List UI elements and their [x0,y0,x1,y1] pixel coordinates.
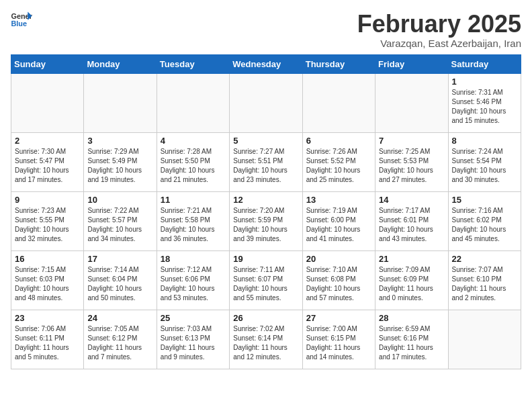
calendar-cell: 9Sunrise: 7:23 AMSunset: 5:55 PMDaylight… [11,191,84,250]
calendar-cell: 17Sunrise: 7:14 AMSunset: 6:04 PMDayligh… [84,250,157,310]
day-info: Sunrise: 7:02 AMSunset: 6:14 PMDaylight:… [233,324,298,362]
day-info: Sunrise: 7:14 AMSunset: 6:04 PMDaylight:… [87,265,152,303]
day-number: 19 [233,254,298,264]
day-number: 1 [452,77,517,87]
calendar-cell: 26Sunrise: 7:02 AMSunset: 6:14 PMDayligh… [230,310,302,369]
day-info: Sunrise: 7:15 AMSunset: 6:03 PMDaylight:… [15,265,80,303]
week-row-3: 9Sunrise: 7:23 AMSunset: 5:55 PMDaylight… [11,191,521,250]
calendar-cell: 24Sunrise: 7:05 AMSunset: 6:12 PMDayligh… [84,310,157,369]
calendar-cell: 7Sunrise: 7:25 AMSunset: 5:53 PMDaylight… [375,132,448,191]
calendar-cell: 16Sunrise: 7:15 AMSunset: 6:03 PMDayligh… [11,250,84,310]
day-info: Sunrise: 7:30 AMSunset: 5:47 PMDaylight:… [15,147,80,185]
weekday-header-thursday: Thursday [302,54,375,73]
calendar-cell: 4Sunrise: 7:28 AMSunset: 5:50 PMDaylight… [157,132,229,191]
weekday-header-wednesday: Wednesday [230,54,302,73]
day-info: Sunrise: 7:20 AMSunset: 5:59 PMDaylight:… [233,206,298,244]
calendar-table: SundayMondayTuesdayWednesdayThursdayFrid… [11,54,521,369]
day-number: 11 [161,195,226,205]
calendar-cell: 13Sunrise: 7:19 AMSunset: 6:00 PMDayligh… [302,191,375,250]
day-number: 6 [306,136,371,146]
logo: General Blue [11,11,32,30]
day-number: 22 [452,254,517,264]
day-info: Sunrise: 7:00 AMSunset: 6:15 PMDaylight:… [306,324,371,362]
day-number: 15 [452,195,517,205]
day-number: 24 [87,313,152,323]
calendar-cell: 19Sunrise: 7:11 AMSunset: 6:07 PMDayligh… [230,250,302,310]
calendar-cell [448,310,521,369]
day-number: 18 [161,254,226,264]
day-number: 13 [306,195,371,205]
day-info: Sunrise: 7:17 AMSunset: 6:01 PMDaylight:… [379,206,444,244]
day-info: Sunrise: 7:09 AMSunset: 6:09 PMDaylight:… [379,265,444,303]
day-number: 3 [87,136,152,146]
day-number: 21 [379,254,444,264]
calendar-cell: 11Sunrise: 7:21 AMSunset: 5:58 PMDayligh… [157,191,229,250]
day-info: Sunrise: 7:11 AMSunset: 6:07 PMDaylight:… [233,265,298,303]
svg-text:Blue: Blue [11,19,27,28]
weekday-header-tuesday: Tuesday [157,54,229,73]
day-number: 10 [87,195,152,205]
day-number: 28 [379,313,444,323]
title-block: February 2025 Varazqan, East Azerbaijan,… [357,11,521,49]
calendar-cell: 5Sunrise: 7:27 AMSunset: 5:51 PMDaylight… [230,132,302,191]
calendar-cell: 28Sunrise: 6:59 AMSunset: 6:16 PMDayligh… [375,310,448,369]
day-number: 4 [161,136,226,146]
calendar-cell: 23Sunrise: 7:06 AMSunset: 6:11 PMDayligh… [11,310,84,369]
calendar-cell: 1Sunrise: 7:31 AMSunset: 5:46 PMDaylight… [448,73,521,132]
day-number: 12 [233,195,298,205]
weekday-header-friday: Friday [375,54,448,73]
day-info: Sunrise: 7:31 AMSunset: 5:46 PMDaylight:… [452,88,517,126]
day-info: Sunrise: 7:07 AMSunset: 6:10 PMDaylight:… [452,265,517,303]
day-number: 9 [15,195,80,205]
calendar-cell [375,73,448,132]
location: Varazqan, East Azerbaijan, Iran [357,38,521,49]
calendar-cell: 6Sunrise: 7:26 AMSunset: 5:52 PMDaylight… [302,132,375,191]
day-info: Sunrise: 7:12 AMSunset: 6:06 PMDaylight:… [161,265,226,303]
day-number: 20 [306,254,371,264]
calendar-cell [11,73,84,132]
day-number: 14 [379,195,444,205]
calendar-cell [302,73,375,132]
calendar-cell: 15Sunrise: 7:16 AMSunset: 6:02 PMDayligh… [448,191,521,250]
day-number: 27 [306,313,371,323]
weekday-header-saturday: Saturday [448,54,521,73]
calendar-cell: 2Sunrise: 7:30 AMSunset: 5:47 PMDaylight… [11,132,84,191]
day-info: Sunrise: 7:22 AMSunset: 5:57 PMDaylight:… [87,206,152,244]
day-info: Sunrise: 7:27 AMSunset: 5:51 PMDaylight:… [233,147,298,185]
day-info: Sunrise: 7:10 AMSunset: 6:08 PMDaylight:… [306,265,371,303]
calendar-cell [157,73,229,132]
week-row-1: 1Sunrise: 7:31 AMSunset: 5:46 PMDaylight… [11,73,521,132]
week-row-5: 23Sunrise: 7:06 AMSunset: 6:11 PMDayligh… [11,310,521,369]
day-info: Sunrise: 7:16 AMSunset: 6:02 PMDaylight:… [452,206,517,244]
day-info: Sunrise: 7:23 AMSunset: 5:55 PMDaylight:… [15,206,80,244]
day-number: 16 [15,254,80,264]
day-info: Sunrise: 6:59 AMSunset: 6:16 PMDaylight:… [379,324,444,362]
day-number: 8 [452,136,517,146]
calendar-cell: 21Sunrise: 7:09 AMSunset: 6:09 PMDayligh… [375,250,448,310]
day-info: Sunrise: 7:29 AMSunset: 5:49 PMDaylight:… [87,147,152,185]
day-info: Sunrise: 7:03 AMSunset: 6:13 PMDaylight:… [161,324,226,362]
day-number: 26 [233,313,298,323]
calendar-cell: 14Sunrise: 7:17 AMSunset: 6:01 PMDayligh… [375,191,448,250]
day-info: Sunrise: 7:21 AMSunset: 5:58 PMDaylight:… [161,206,226,244]
calendar-cell [84,73,157,132]
calendar-cell: 3Sunrise: 7:29 AMSunset: 5:49 PMDaylight… [84,132,157,191]
day-number: 5 [233,136,298,146]
day-info: Sunrise: 7:05 AMSunset: 6:12 PMDaylight:… [87,324,152,362]
weekday-header-sunday: Sunday [11,54,84,73]
week-row-2: 2Sunrise: 7:30 AMSunset: 5:47 PMDaylight… [11,132,521,191]
day-number: 7 [379,136,444,146]
calendar-cell: 20Sunrise: 7:10 AMSunset: 6:08 PMDayligh… [302,250,375,310]
day-info: Sunrise: 7:25 AMSunset: 5:53 PMDaylight:… [379,147,444,185]
day-info: Sunrise: 7:26 AMSunset: 5:52 PMDaylight:… [306,147,371,185]
day-info: Sunrise: 7:06 AMSunset: 6:11 PMDaylight:… [15,324,80,362]
day-info: Sunrise: 7:28 AMSunset: 5:50 PMDaylight:… [161,147,226,185]
logo-icon: General Blue [11,11,32,30]
month-title: February 2025 [357,11,521,38]
day-number: 23 [15,313,80,323]
calendar-cell [230,73,302,132]
weekday-header-monday: Monday [84,54,157,73]
day-info: Sunrise: 7:24 AMSunset: 5:54 PMDaylight:… [452,147,517,185]
page-header: General Blue February 2025 Varazqan, Eas… [11,11,521,49]
weekday-header-row: SundayMondayTuesdayWednesdayThursdayFrid… [11,54,521,73]
